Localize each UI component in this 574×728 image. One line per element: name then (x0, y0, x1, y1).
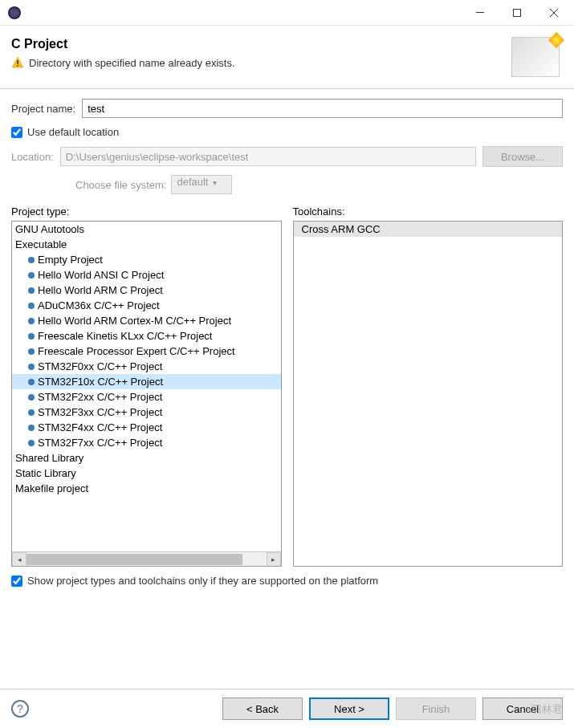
eclipse-icon (8, 6, 21, 19)
project-template-icon (28, 272, 35, 279)
tree-item[interactable]: GNU Autotools (12, 222, 281, 237)
tree-item-label: Shared Library (15, 452, 83, 464)
header-message-text: Directory with specified name already ex… (29, 57, 235, 69)
toolchain-item[interactable]: Cross ARM GCC (294, 222, 563, 237)
tree-item[interactable]: Static Library (12, 466, 281, 481)
warning-icon (11, 56, 24, 69)
show-supported-label: Show project types and toolchains only i… (27, 575, 378, 587)
cancel-button[interactable]: Cancel (482, 697, 563, 720)
tree-item-label: ADuCM36x C/C++ Project (38, 299, 160, 311)
wizard-banner-icon (511, 37, 560, 77)
use-default-location-label: Use default location (27, 126, 119, 138)
help-button[interactable]: ? (11, 700, 29, 718)
filesystem-label: Choose file system: (75, 179, 166, 191)
minimize-button[interactable] (462, 1, 499, 25)
scroll-left-button[interactable]: ◂ (12, 552, 26, 567)
tree-item-label: Static Library (15, 467, 76, 479)
finish-button: Finish (396, 697, 476, 720)
scroll-thumb[interactable] (26, 554, 242, 565)
tree-item-label: Freescale Processor Expert C/C++ Project (38, 345, 235, 357)
project-template-icon (28, 409, 35, 416)
tree-item-label: STM32F7xx C/C++ Project (38, 437, 162, 449)
project-template-icon (28, 440, 35, 446)
tree-item-label: Hello World ARM C Project (38, 284, 163, 296)
svg-rect-1 (514, 9, 521, 16)
location-input (60, 147, 476, 166)
scroll-track[interactable] (26, 552, 267, 567)
show-supported-checkbox[interactable] (11, 575, 22, 587)
wizard-footer: ? < Back Next > Finish Cancel a羽林君 (0, 689, 574, 728)
tree-item-label: Executable (15, 238, 67, 250)
project-template-icon (28, 425, 35, 431)
project-template-icon (28, 303, 35, 309)
tree-item[interactable]: STM32F3xx C/C++ Project (12, 405, 281, 420)
svg-rect-3 (17, 65, 18, 67)
tree-item-label: STM32F3xx C/C++ Project (38, 406, 162, 418)
project-template-icon (28, 379, 35, 385)
horizontal-scrollbar[interactable]: ◂▸ (12, 551, 281, 566)
use-default-location-checkbox[interactable] (11, 127, 22, 138)
maximize-button[interactable] (499, 1, 535, 25)
tree-item[interactable]: Freescale Kinetis KLxx C/C++ Project (12, 328, 281, 344)
svg-rect-2 (17, 60, 18, 64)
tree-item[interactable]: STM32F2xx C/C++ Project (12, 389, 281, 405)
tree-item[interactable]: Shared Library (12, 450, 281, 466)
project-template-icon (28, 333, 35, 340)
project-name-label: Project name: (11, 103, 75, 115)
tree-item-label: Empty Project (38, 254, 103, 266)
tree-item-label: Hello World ARM Cortex-M C/C++ Project (38, 315, 231, 327)
browse-button: Browse... (482, 146, 563, 167)
tree-item-label: Freescale Kinetis KLxx C/C++ Project (38, 330, 212, 342)
tree-item-label: STM32F0xx C/C++ Project (38, 360, 162, 372)
tree-item[interactable]: Executable (12, 237, 281, 252)
project-type-list[interactable]: GNU AutotoolsExecutableEmpty ProjectHell… (11, 221, 282, 567)
project-template-icon (28, 348, 35, 355)
tree-item[interactable]: Hello World ARM C Project (12, 283, 281, 298)
tree-item[interactable]: STM32F10x C/C++ Project (12, 374, 281, 389)
tree-item-label: STM32F10x C/C++ Project (38, 376, 163, 388)
project-template-icon (28, 287, 35, 294)
tree-item[interactable]: STM32F0xx C/C++ Project (12, 359, 281, 374)
close-button[interactable] (535, 1, 572, 25)
back-button[interactable]: < Back (222, 697, 303, 720)
tree-item[interactable]: Freescale Processor Expert C/C++ Project (12, 344, 281, 359)
minimize-icon (476, 12, 484, 13)
titlebar (0, 0, 574, 26)
tree-item[interactable]: Hello World ARM Cortex-M C/C++ Project (12, 313, 281, 328)
header-message: Directory with specified name already ex… (11, 56, 511, 69)
tree-item-label: GNU Autotools (15, 223, 84, 235)
wizard-header: C Project Directory with specified name … (0, 26, 574, 89)
project-template-icon (28, 257, 35, 263)
tree-item[interactable]: STM32F4xx C/C++ Project (12, 420, 281, 435)
project-template-icon (28, 364, 35, 370)
tree-item[interactable]: STM32F7xx C/C++ Project (12, 435, 281, 450)
project-name-input[interactable] (82, 99, 563, 118)
tree-item[interactable]: Makefile project (12, 481, 281, 496)
project-template-icon (28, 318, 35, 324)
maximize-icon (513, 9, 521, 17)
project-type-label: Project type: (11, 205, 282, 218)
toolchains-list[interactable]: Cross ARM GCC (293, 221, 564, 567)
window-controls (462, 1, 572, 25)
close-icon (550, 9, 558, 17)
filesystem-select: default (171, 175, 232, 194)
project-template-icon (28, 394, 35, 401)
wizard-content: Project name: Use default location Locat… (0, 89, 574, 596)
svg-rect-0 (476, 12, 484, 13)
tree-item-label: STM32F4xx C/C++ Project (38, 421, 162, 433)
tree-item[interactable]: Empty Project (12, 252, 281, 267)
location-label: Location: (11, 151, 54, 163)
next-button[interactable]: Next > (309, 697, 389, 720)
tree-item-label: Makefile project (15, 482, 88, 494)
tree-item-label: STM32F2xx C/C++ Project (38, 391, 162, 403)
tree-item-label: Hello World ANSI C Project (38, 269, 164, 281)
tree-item[interactable]: Hello World ANSI C Project (12, 267, 281, 283)
scroll-right-button[interactable]: ▸ (267, 552, 281, 567)
page-title: C Project (11, 37, 511, 51)
toolchains-label: Toolchains: (293, 205, 564, 218)
tree-item[interactable]: ADuCM36x C/C++ Project (12, 298, 281, 313)
